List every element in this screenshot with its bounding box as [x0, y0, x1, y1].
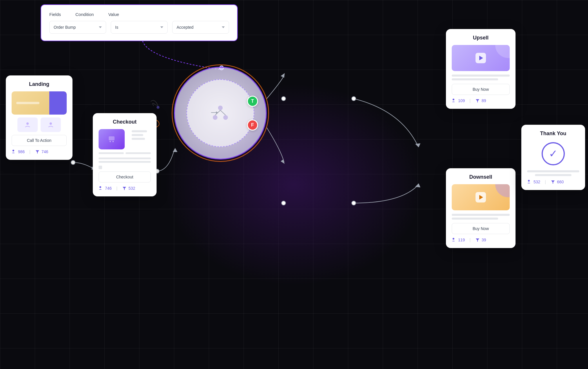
play-icon: [479, 56, 483, 60]
thankyou-card[interactable]: Thank You ✓ 532 | 660: [521, 125, 585, 190]
inner-circle: [186, 79, 254, 147]
thankyou-content-lines: [527, 170, 579, 176]
value-select[interactable]: Accepted: [172, 21, 229, 34]
svg-point-24: [112, 141, 114, 142]
value-chevron-icon: [222, 26, 225, 28]
checkout-stats: 746 | 532: [99, 186, 151, 191]
checkout-image: [99, 129, 125, 149]
svg-point-13: [218, 106, 223, 110]
landing-icons: [12, 117, 67, 132]
value-label: Value: [108, 12, 119, 17]
checkout-card[interactable]: Checkout Checkout 746 |: [93, 113, 157, 196]
svg-point-15: [223, 115, 228, 120]
downsell-card[interactable]: Downsell Buy Now 119 | 39: [446, 168, 516, 248]
fields-select[interactable]: Order Bump: [49, 21, 106, 34]
upsell-filter-stat: 89: [475, 98, 486, 103]
landing-people-stat: 986: [12, 149, 25, 154]
landing-cta-button[interactable]: Call To Action: [12, 135, 67, 146]
landing-image: [12, 91, 67, 115]
downsell-stats: 119 | 39: [452, 238, 510, 242]
svg-point-20: [50, 122, 52, 125]
thankyou-people-stat: 532: [527, 180, 540, 184]
landing-icon-2: [41, 117, 61, 132]
upsell-title: Upsell: [452, 35, 510, 41]
upsell-content-lines: [452, 75, 510, 80]
checkout-filter-stat: 532: [122, 186, 135, 191]
upsell-card[interactable]: Upsell Buy Now 109 | 89: [446, 29, 516, 109]
landing-icon-1: [17, 117, 38, 132]
outer-ring: [174, 67, 267, 160]
upsell-play-button[interactable]: [476, 53, 486, 63]
checkout-title: Checkout: [99, 119, 151, 125]
play-icon: [479, 195, 483, 200]
false-badge: F: [247, 120, 258, 131]
checkout-checkbox[interactable]: [99, 166, 102, 169]
fields-label: Fields: [49, 12, 61, 17]
upsell-stats: 109 | 89: [452, 98, 510, 103]
downsell-buy-button[interactable]: Buy Now: [452, 223, 510, 234]
thankyou-title: Thank You: [527, 131, 579, 137]
landing-filter-stat: 746: [35, 149, 48, 154]
downsell-play-button[interactable]: [476, 192, 486, 202]
svg-point-14: [213, 115, 217, 120]
condition-chevron-icon: [160, 26, 163, 28]
downsell-image: [452, 184, 510, 210]
downsell-filter-stat: 39: [475, 238, 486, 242]
upsell-image: [452, 45, 510, 71]
svg-point-25: [99, 186, 101, 188]
true-badge: T: [247, 96, 258, 107]
svg-point-19: [26, 122, 29, 125]
svg-rect-22: [109, 136, 115, 140]
downsell-people-stat: 119: [452, 238, 465, 242]
downsell-title: Downsell: [452, 174, 510, 180]
downsell-content-lines: [452, 214, 510, 220]
checkout-people-stat: 746: [99, 186, 112, 191]
svg-point-27: [453, 238, 454, 240]
thankyou-stats: 532 | 660: [527, 180, 579, 184]
svg-point-21: [12, 150, 14, 151]
svg-point-23: [110, 141, 111, 142]
landing-title: Landing: [12, 81, 67, 87]
landing-stats: 986 | 746: [12, 149, 67, 154]
svg-line-17: [220, 110, 226, 115]
landing-card[interactable]: Landing Call To Action 986 | 746: [6, 75, 72, 160]
checkout-cta-button[interactable]: Checkout: [99, 171, 151, 182]
checkout-form: [99, 152, 151, 169]
fields-chevron-icon: [99, 26, 102, 28]
condition-select[interactable]: Is: [111, 21, 168, 34]
svg-point-28: [528, 180, 530, 182]
network-icon: [209, 102, 232, 125]
svg-point-26: [453, 99, 454, 100]
center-decision-node[interactable]: T F: [174, 67, 267, 160]
upsell-people-stat: 109: [452, 98, 465, 103]
condition-box: Fields Condition Value Order Bump Is Acc…: [41, 4, 238, 41]
thankyou-check-icon: ✓: [540, 141, 566, 167]
condition-label: Condition: [75, 12, 94, 17]
thankyou-filter-stat: 660: [551, 180, 564, 184]
upsell-buy-button[interactable]: Buy Now: [452, 84, 510, 95]
